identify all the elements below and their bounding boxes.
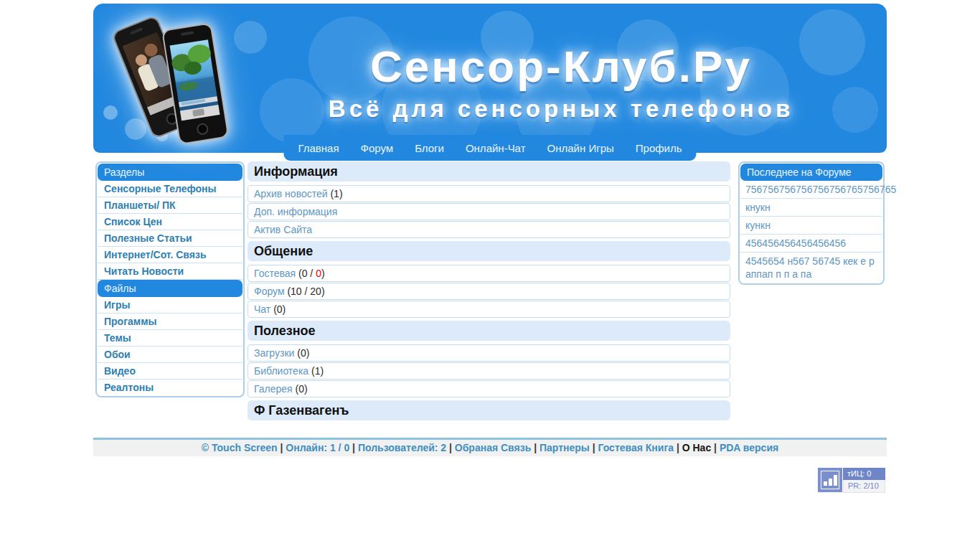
sidebar-item[interactable]: Видео bbox=[98, 363, 242, 380]
forum-latest-list: 756756756756756756765756765кнукнкункн456… bbox=[740, 181, 882, 283]
section-row-count: (0) bbox=[297, 347, 309, 359]
tic-value: тИЦ: 0 bbox=[843, 468, 885, 480]
footer-link[interactable]: © Touch Screen bbox=[202, 442, 278, 453]
forum-latest-item[interactable]: 456456456456456456 bbox=[740, 235, 882, 253]
section-header: Общение bbox=[248, 241, 730, 261]
footer-separator: | bbox=[531, 442, 540, 453]
footer-link[interactable]: Онлайн: 1 / 0 bbox=[286, 442, 349, 453]
nav-item[interactable]: Онлайн-Чат bbox=[466, 142, 526, 154]
section-row-count: (1) bbox=[311, 365, 324, 377]
section-row-count: (10 / 20) bbox=[287, 286, 324, 297]
page-wrapper: Сенсор-Клуб.Ру Всё для сенсорных телефон… bbox=[93, 4, 887, 492]
site-header: Сенсор-Клуб.Ру Всё для сенсорных телефон… bbox=[93, 4, 887, 153]
footer-link[interactable]: Гостевая Книга bbox=[598, 442, 674, 453]
section-row-count: 0 bbox=[316, 268, 321, 279]
phones-logo-image bbox=[113, 8, 237, 149]
section-row-link[interactable]: Чат bbox=[254, 303, 270, 315]
sidebar-item[interactable]: Реалтоны bbox=[98, 380, 242, 395]
forum-latest-item[interactable]: кункн bbox=[740, 217, 882, 235]
sidebar-item[interactable]: Сенсорные Телефоны bbox=[98, 181, 242, 197]
forum-latest-item[interactable]: кнукн bbox=[740, 199, 882, 217]
nav-item[interactable]: Главная bbox=[298, 142, 339, 154]
section-row[interactable]: Архив новостей (1) bbox=[248, 185, 730, 202]
sidebar-item[interactable]: Интернет/Сот. Связь bbox=[98, 247, 242, 263]
section-row-link[interactable]: Актив Сайта bbox=[254, 224, 312, 235]
main-nav: ГлавнаяФорумБлогиОнлайн-ЧатОнлайн ИгрыПр… bbox=[283, 135, 696, 161]
section-row-count: (1) bbox=[330, 188, 342, 199]
section-row[interactable]: Гостевая (0 / 0) bbox=[248, 265, 730, 282]
bar-chart-icon bbox=[818, 468, 842, 492]
main-content: ИнформацияАрхив новостей (1)Доп. информа… bbox=[248, 161, 730, 424]
sidebar-item[interactable]: Полезные Статьи bbox=[98, 230, 242, 247]
section-row-count: (0 / bbox=[298, 268, 316, 279]
badge-row: тИЦ: 0 PR: 2/10 bbox=[93, 468, 887, 492]
rating-badge[interactable]: тИЦ: 0 PR: 2/10 bbox=[818, 468, 885, 492]
section-row[interactable]: Форум (10 / 20) bbox=[248, 283, 730, 300]
pr-value: PR: 2/10 bbox=[843, 480, 885, 493]
section-row-link[interactable]: Архив новостей bbox=[254, 188, 328, 199]
sidebar-item[interactable]: Планшеты/ ПК bbox=[98, 197, 242, 214]
section-header: Ф Газенвагенъ bbox=[248, 400, 730, 420]
footer-link[interactable]: Партнеры bbox=[540, 442, 590, 453]
section-row-link[interactable]: Загрузки bbox=[254, 347, 294, 359]
section-row[interactable]: Библиотека (1) bbox=[248, 362, 730, 380]
section-row-link[interactable]: Форум bbox=[254, 286, 285, 297]
section-row-count: ) bbox=[321, 268, 325, 279]
left-sidebar: РазделыСенсорные ТелефоныПланшеты/ ПКСпи… bbox=[95, 161, 245, 397]
nav-item[interactable]: Блоги bbox=[415, 142, 444, 154]
forum-latest-item[interactable]: 4545654 н567 56745 кек е р аппап п п а п… bbox=[740, 253, 882, 283]
section-row-link[interactable]: Библиотека bbox=[254, 365, 308, 377]
site-title: Сенсор-Клуб.Ру bbox=[244, 41, 878, 92]
sidebar-item[interactable]: Список Цен bbox=[98, 214, 242, 230]
badge-values: тИЦ: 0 PR: 2/10 bbox=[843, 468, 885, 492]
site-subtitle: Всё для сенсорных телефонов bbox=[244, 95, 878, 123]
nav-item[interactable]: Форум bbox=[361, 142, 394, 154]
footer-bar: © Touch Screen | Онлайн: 1 / 0 | Пользов… bbox=[93, 438, 887, 456]
footer-separator: | bbox=[349, 442, 358, 453]
section-row-link[interactable]: Галерея bbox=[254, 383, 293, 395]
footer-separator: | bbox=[674, 442, 682, 453]
sidebar-item[interactable]: Читать Новости bbox=[98, 263, 242, 280]
right-sidebar: Последнее на Форуме 75675675675675675676… bbox=[738, 161, 885, 285]
footer-link[interactable]: Пользователей: 2 bbox=[358, 442, 446, 453]
sidebar-item[interactable]: Темы bbox=[98, 330, 242, 347]
forum-latest-item[interactable]: 756756756756756756765756765 bbox=[740, 181, 882, 199]
sidebar-group-header: Файлы bbox=[98, 280, 242, 297]
nav-item[interactable]: Онлайн Игры bbox=[547, 142, 614, 154]
sidebar-item[interactable]: Игры bbox=[98, 297, 242, 314]
section-row[interactable]: Доп. информация bbox=[248, 203, 730, 220]
section-row[interactable]: Чат (0) bbox=[248, 301, 730, 318]
sidebar-item[interactable]: Обои bbox=[98, 347, 242, 363]
footer-link[interactable]: Обраная Связь bbox=[455, 442, 531, 453]
section-row[interactable]: Актив Сайта bbox=[248, 221, 730, 238]
forum-latest-header: Последнее на Форуме bbox=[740, 164, 882, 181]
section-row-count: (0) bbox=[273, 303, 286, 315]
content-columns: РазделыСенсорные ТелефоныПланшеты/ ПКСпи… bbox=[93, 161, 887, 424]
sidebar-group-header: Разделы bbox=[98, 164, 242, 181]
section-row-link[interactable]: Гостевая bbox=[254, 268, 296, 279]
footer-separator: | bbox=[711, 442, 720, 453]
footer-separator: | bbox=[590, 442, 598, 453]
section-row[interactable]: Загрузки (0) bbox=[248, 344, 730, 362]
footer-link[interactable]: PDA версия bbox=[720, 442, 778, 453]
footer-separator: | bbox=[278, 442, 286, 453]
section-row[interactable]: Галерея (0) bbox=[248, 380, 730, 397]
nav-item[interactable]: Профиль bbox=[636, 142, 682, 154]
sidebar-item[interactable]: Прогаммы bbox=[98, 314, 242, 330]
section-header: Информация bbox=[248, 161, 730, 182]
section-header: Полезное bbox=[248, 321, 730, 341]
section-row-count: (0) bbox=[296, 383, 308, 395]
footer-separator: | bbox=[446, 442, 455, 453]
footer-link[interactable]: О Нас bbox=[682, 442, 711, 453]
section-row-link[interactable]: Доп. информация bbox=[254, 206, 337, 217]
